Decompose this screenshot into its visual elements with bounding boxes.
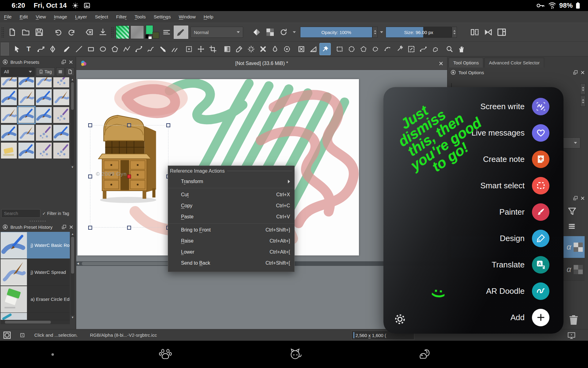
air-command-item-painter[interactable]: Painter bbox=[383, 203, 564, 221]
lazy-selection-tool[interactable] bbox=[429, 43, 441, 55]
brush-preset-tile[interactable] bbox=[36, 142, 52, 159]
foreground-background-colors[interactable] bbox=[145, 25, 159, 39]
pan-tool[interactable] bbox=[456, 43, 467, 55]
default-colors[interactable] bbox=[148, 36, 152, 39]
edit-brush-settings-button[interactable] bbox=[173, 25, 189, 39]
opacity-slider[interactable]: Opacity: 100% bbox=[300, 27, 372, 38]
menu-item-paste[interactable]: Paste Ctrl+V bbox=[168, 211, 294, 222]
edit-shapes-tool[interactable] bbox=[35, 43, 46, 55]
lock-icon[interactable] bbox=[450, 70, 456, 75]
lock-icon[interactable] bbox=[2, 224, 8, 230]
pattern-swatch[interactable] bbox=[130, 25, 144, 39]
toolbar-grip[interactable] bbox=[1, 27, 4, 37]
pattern-edit-tool[interactable] bbox=[296, 43, 307, 55]
menu-select[interactable]: Select bbox=[91, 11, 112, 23]
preset-filter-dropdown[interactable]: All bbox=[1, 67, 35, 76]
brush-option-slider-icon[interactable] bbox=[160, 25, 173, 39]
foreground-color[interactable] bbox=[146, 25, 153, 34]
float-docker-icon[interactable] bbox=[573, 196, 578, 201]
layer-menu-button[interactable] bbox=[567, 222, 576, 231]
open-document-button[interactable] bbox=[19, 25, 32, 39]
brush-preset-tile[interactable] bbox=[18, 142, 35, 159]
menu-filter[interactable]: Filter bbox=[112, 11, 130, 23]
tab-tool-options[interactable]: Tool Options bbox=[449, 58, 483, 67]
transform-tool[interactable] bbox=[183, 43, 194, 55]
transform-handle[interactable] bbox=[88, 123, 92, 127]
display-mode-button[interactable] bbox=[66, 67, 74, 76]
search-input[interactable] bbox=[1, 209, 40, 218]
menu-item-lower[interactable]: Lower Ctrl+Alt+[ bbox=[168, 247, 294, 258]
lock-icon[interactable] bbox=[2, 59, 8, 65]
select-shapes-tool[interactable] bbox=[11, 43, 22, 55]
calligraphy-tool[interactable] bbox=[47, 43, 58, 55]
brush-preset-tile[interactable] bbox=[53, 107, 70, 123]
brush-preset-tile[interactable] bbox=[1, 107, 17, 123]
brush-preset-tile[interactable] bbox=[53, 142, 70, 159]
ellipse-tool[interactable] bbox=[97, 43, 108, 55]
brush-preset-tile[interactable] bbox=[53, 89, 70, 105]
size-spinner[interactable] bbox=[452, 27, 457, 38]
undo-button[interactable] bbox=[51, 25, 65, 39]
freehand-selection-tool[interactable] bbox=[370, 43, 381, 55]
polyline-tool[interactable] bbox=[121, 43, 132, 55]
menu-file[interactable]: File bbox=[0, 11, 16, 23]
tag-button[interactable]: Tag bbox=[36, 67, 55, 76]
line-tool[interactable] bbox=[73, 43, 85, 55]
gradient-swatch[interactable] bbox=[116, 25, 129, 39]
painter-icon[interactable] bbox=[532, 203, 549, 221]
bezier-curve-tool[interactable] bbox=[133, 43, 144, 55]
selection-mode-icon[interactable] bbox=[20, 332, 25, 338]
brush-preset-tile[interactable] bbox=[1, 89, 17, 105]
live-messages-icon[interactable] bbox=[532, 124, 549, 142]
redo-button[interactable] bbox=[65, 25, 78, 39]
close-icon[interactable] bbox=[580, 70, 585, 75]
workspace-chooser-button[interactable] bbox=[495, 25, 508, 39]
brush-preset-tile[interactable] bbox=[53, 77, 70, 88]
toolbar-grip[interactable] bbox=[111, 27, 114, 37]
menu-item-transform[interactable]: Transform bbox=[168, 176, 294, 187]
air-command-item-design[interactable]: Design bbox=[383, 229, 564, 247]
freehand-brush-tool[interactable] bbox=[61, 43, 73, 55]
preset-menu-button[interactable] bbox=[56, 67, 65, 76]
elliptical-selection-tool[interactable] bbox=[346, 43, 357, 55]
scroll-up-icon[interactable]: ▲ bbox=[70, 232, 75, 236]
menu-window[interactable]: Window bbox=[175, 11, 200, 23]
layer-filter-button[interactable] bbox=[567, 207, 577, 216]
chevron-down-icon[interactable] bbox=[293, 31, 296, 33]
create-note-icon[interactable] bbox=[532, 151, 549, 168]
close-icon[interactable] bbox=[69, 60, 73, 64]
history-item-selected[interactable]: j) WaterC Basic Round bbox=[1, 232, 70, 259]
menu-tools[interactable]: Tools bbox=[130, 11, 149, 23]
float-docker-icon[interactable] bbox=[61, 59, 66, 64]
nav-hide-dot[interactable] bbox=[51, 353, 54, 356]
preset-grid-scrollbar[interactable]: ▲ ▼ bbox=[70, 77, 74, 169]
nav-squirrel-icon[interactable] bbox=[417, 347, 432, 361]
polygonal-selection-tool[interactable] bbox=[358, 43, 369, 55]
freehand-path-tool[interactable] bbox=[145, 43, 156, 55]
history-item[interactable]: j) WaterC Spread bbox=[1, 259, 70, 286]
delete-clear-button[interactable] bbox=[83, 25, 96, 39]
similar-color-selection-tool[interactable] bbox=[405, 43, 417, 55]
move-tool[interactable] bbox=[195, 43, 206, 55]
contiguous-selection-tool[interactable] bbox=[394, 43, 405, 55]
menu-item-raise[interactable]: Raise Ctrl+Alt+] bbox=[168, 236, 294, 247]
air-command-item-translate[interactable]: Translate bbox=[383, 256, 564, 274]
opacity-spinner[interactable] bbox=[372, 27, 378, 38]
rectangular-selection-tool[interactable] bbox=[334, 43, 345, 55]
reference-images-tool[interactable] bbox=[319, 43, 331, 55]
close-document-icon[interactable] bbox=[439, 61, 443, 66]
zoom-tool[interactable] bbox=[444, 43, 455, 55]
colorize-mask-tool[interactable] bbox=[257, 43, 269, 55]
slider-spinner[interactable] bbox=[580, 83, 586, 94]
add-icon[interactable] bbox=[532, 309, 549, 326]
menu-edit[interactable]: Edit bbox=[16, 11, 32, 23]
brush-preset-tile[interactable] bbox=[1, 125, 17, 141]
transform-handle[interactable] bbox=[166, 123, 170, 127]
close-icon[interactable] bbox=[69, 225, 74, 229]
toolbox-handle[interactable] bbox=[1, 43, 9, 56]
slider-spinner[interactable] bbox=[580, 96, 586, 107]
flip-button[interactable] bbox=[481, 25, 495, 39]
transform-handle-active[interactable] bbox=[127, 174, 131, 178]
design-icon[interactable] bbox=[532, 230, 549, 247]
new-document-button[interactable] bbox=[6, 25, 19, 39]
